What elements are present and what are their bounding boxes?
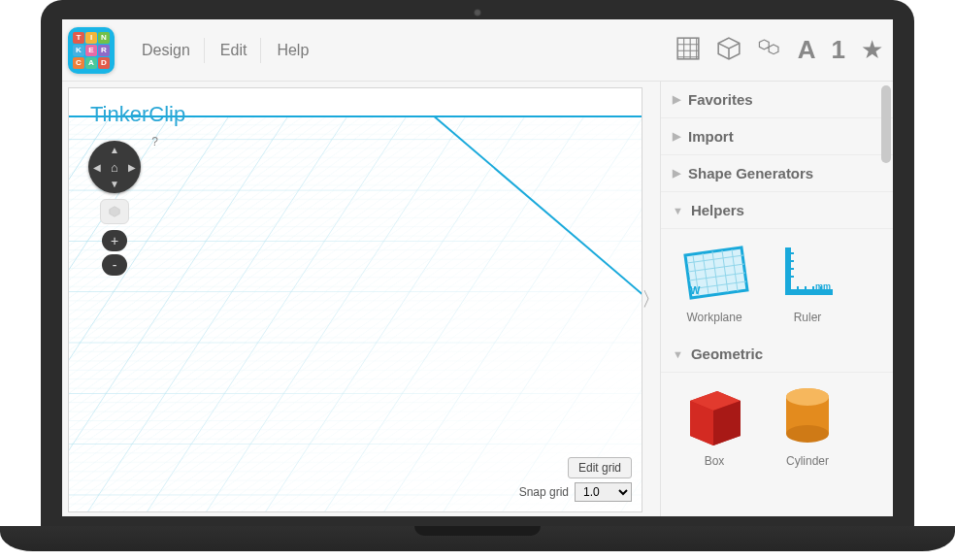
orbit-left-icon[interactable]: ◀ <box>93 162 101 173</box>
chevron-down-icon: ▼ <box>673 348 683 360</box>
shape-label: Cylinder <box>786 454 829 468</box>
zoom-in-button[interactable]: + <box>102 230 127 251</box>
svg-text:W: W <box>690 284 701 296</box>
section-shape-generators[interactable]: ▶ Shape Generators <box>661 155 893 192</box>
svg-text:mm: mm <box>815 281 831 291</box>
menu-edit[interactable]: Edit <box>207 38 262 63</box>
svg-point-33 <box>786 388 829 406</box>
helper-ruler[interactable]: mm Ruler <box>770 239 845 324</box>
group-icon[interactable] <box>757 36 782 65</box>
helper-workplane[interactable]: W Workplane <box>676 239 752 324</box>
shape-cylinder[interactable]: Cylinder <box>770 382 845 468</box>
svg-point-32 <box>786 425 829 443</box>
box3d-icon[interactable] <box>716 36 741 65</box>
favorite-star-icon[interactable]: ★ <box>861 35 883 65</box>
home-view-icon[interactable]: ⌂ <box>111 160 118 175</box>
shape-label: Box <box>705 454 725 468</box>
orbit-right-icon[interactable]: ▶ <box>128 162 136 173</box>
number-tool-icon[interactable]: 1 <box>832 35 845 65</box>
chevron-right-icon: ▶ <box>673 130 680 143</box>
workplane-icon[interactable] <box>675 36 701 65</box>
chevron-down-icon: ▼ <box>673 205 683 216</box>
laptop-base <box>0 526 955 551</box>
workplane-grid <box>69 88 642 511</box>
view-orbit-control[interactable]: ? ▲ ▼ ▶ ◀ ⌂ <box>88 141 141 193</box>
toolbar: TIN KER CAD Design Edit Help <box>62 19 893 82</box>
text-tool-icon[interactable]: A <box>798 35 816 65</box>
svg-marker-3 <box>69 116 642 511</box>
section-geometric[interactable]: ▼ Geometric <box>661 336 893 373</box>
fit-view-button[interactable] <box>100 199 129 224</box>
shape-label: Ruler <box>794 311 822 324</box>
edit-grid-button[interactable]: Edit grid <box>568 457 632 478</box>
snap-grid-select[interactable]: 1.0 <box>575 482 632 502</box>
orbit-up-icon[interactable]: ▲ <box>110 145 119 155</box>
zoom-out-button[interactable]: - <box>102 254 127 276</box>
help-hint-icon[interactable]: ? <box>151 135 158 148</box>
shape-box[interactable]: Box <box>676 382 752 468</box>
shape-label: Workplane <box>686 311 741 324</box>
canvas[interactable]: TinkerClip <box>68 87 642 512</box>
sidebar-collapse-handle[interactable]: 〉 <box>642 82 660 516</box>
svg-rect-0 <box>677 38 699 59</box>
menu-design[interactable]: Design <box>128 38 205 63</box>
laptop-camera <box>474 9 481 16</box>
section-favorites[interactable]: ▶ Favorites <box>661 82 893 118</box>
chevron-right-icon: ▶ <box>673 167 680 180</box>
project-title: TinkerClip <box>90 102 185 127</box>
menu-help[interactable]: Help <box>263 38 322 63</box>
chevron-right-icon: ▶ <box>673 93 680 106</box>
scrollbar-thumb[interactable] <box>881 85 891 163</box>
shapes-sidebar: ▶ Favorites ▶ Import ▶ Shape Generators … <box>660 82 893 516</box>
snap-grid-label: Snap grid <box>519 485 569 499</box>
section-helpers[interactable]: ▼ Helpers <box>661 192 893 229</box>
tinkercad-logo[interactable]: TIN KER CAD <box>68 27 115 74</box>
orbit-down-icon[interactable]: ▼ <box>110 179 119 189</box>
section-import[interactable]: ▶ Import <box>661 118 893 155</box>
